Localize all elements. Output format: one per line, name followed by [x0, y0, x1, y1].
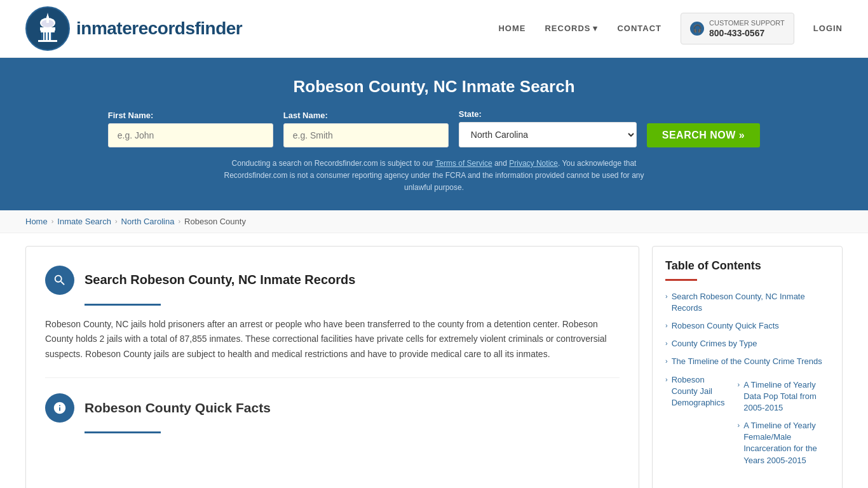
- search-banner: Robeson County, NC Inmate Search First N…: [0, 58, 868, 210]
- toc-link-1[interactable]: Search Robeson County, NC Inmate Records: [672, 291, 829, 314]
- toc-link-4[interactable]: The Timeline of the County Crime Trends: [672, 356, 822, 367]
- search-form: First Name: Last Name: State: North Caro…: [25, 109, 843, 147]
- toc-link-2[interactable]: Robeson County Quick Facts: [672, 320, 779, 332]
- info-icon-circle: [45, 393, 74, 423]
- nav-contact[interactable]: CONTACT: [617, 24, 661, 33]
- state-label: State:: [459, 109, 482, 119]
- nav-login[interactable]: LOGIN: [813, 24, 843, 33]
- toc-sub-link-5-2[interactable]: A Timeline of Yearly Female/Male Incarce…: [743, 420, 829, 466]
- toc-arrow-4: ›: [665, 357, 668, 365]
- last-name-input[interactable]: [283, 123, 449, 147]
- toc-item-1: › Search Robeson County, NC Inmate Recor…: [665, 291, 829, 314]
- headset-icon: 🎧: [690, 22, 704, 36]
- logo[interactable]: inmaterecordsfinder: [25, 6, 242, 51]
- section1-title: Search Robeson County, NC Inmate Records: [85, 273, 355, 287]
- toc-item-4: › The Timeline of the County Crime Trend…: [665, 356, 829, 367]
- first-name-label: First Name:: [108, 111, 154, 120]
- search-button[interactable]: SEARCH NOW »: [647, 123, 760, 147]
- sidebar-toc: Table of Contents › Search Robeson Count…: [652, 246, 843, 488]
- toc-sub-arrow-5-2: ›: [738, 421, 740, 429]
- toc-arrow-3: ›: [665, 339, 668, 347]
- support-text: CUSTOMER SUPPORT 800-433-0567: [709, 18, 785, 39]
- svg-rect-3: [38, 40, 57, 42]
- toc-link-5[interactable]: Robeson County Jail Demographics: [672, 374, 725, 409]
- page-title: Robeson County, NC Inmate Search: [25, 77, 843, 97]
- breadcrumb-north-carolina[interactable]: North Carolina: [121, 217, 175, 226]
- search-icon-circle: [45, 266, 74, 295]
- toc-arrow-1: ›: [665, 292, 668, 300]
- svg-rect-2: [41, 30, 55, 32]
- toc-title: Table of Contents: [665, 259, 829, 273]
- state-group: State: North Carolina: [459, 109, 637, 147]
- toc-item-3: › County Crimes by Type: [665, 338, 829, 349]
- customer-support-box[interactable]: 🎧 CUSTOMER SUPPORT 800-433-0567: [681, 13, 794, 44]
- privacy-link[interactable]: Privacy Notice: [509, 159, 558, 168]
- toc-arrow-5: ›: [665, 376, 668, 383]
- nav-records[interactable]: RECORDS ▾: [545, 24, 598, 33]
- section2-title: Robeson County Quick Facts: [85, 400, 271, 416]
- section1-underline: [85, 304, 161, 306]
- section1-body: Robeson County, NC jails hold prisoners …: [45, 317, 620, 362]
- first-name-group: First Name:: [108, 111, 273, 147]
- content-area: Search Robeson County, NC Inmate Records…: [25, 246, 639, 488]
- svg-rect-7: [51, 32, 52, 40]
- breadcrumb-sep-1: ›: [51, 217, 54, 225]
- svg-rect-5: [44, 32, 46, 40]
- toc-sub-item-5-1: › A Timeline of Yearly Data Pop Total fr…: [738, 379, 830, 414]
- chevron-down-icon: ▾: [593, 24, 598, 33]
- toc-item-5: › Robeson County Jail Demographics › A T…: [665, 374, 829, 473]
- first-name-input[interactable]: [108, 123, 273, 147]
- breadcrumb: Home › Inmate Search › North Carolina › …: [0, 210, 868, 233]
- section-divider: [45, 377, 620, 378]
- breadcrumb-sep-2: ›: [115, 217, 118, 225]
- svg-rect-4: [41, 32, 43, 40]
- toc-sub-arrow-5-1: ›: [738, 381, 740, 388]
- search-disclaimer: Conducting a search on Recordsfinder.com…: [212, 158, 656, 194]
- breadcrumb-home[interactable]: Home: [25, 217, 48, 226]
- logo-icon: [25, 6, 70, 51]
- main-content: Search Robeson County, NC Inmate Records…: [0, 233, 868, 488]
- section2-heading: Robeson County Quick Facts: [45, 393, 620, 423]
- toc-sub-item-5-2: › A Timeline of Yearly Female/Male Incar…: [738, 420, 830, 466]
- svg-rect-6: [48, 32, 49, 40]
- nav-home[interactable]: HOME: [498, 24, 526, 33]
- toc-link-3[interactable]: County Crimes by Type: [672, 338, 757, 349]
- search-icon: [53, 273, 67, 287]
- toc-sub-5: › A Timeline of Yearly Data Pop Total fr…: [738, 379, 830, 473]
- breadcrumb-current: Robeson County: [184, 217, 246, 226]
- tos-link[interactable]: Terms of Service: [435, 159, 492, 168]
- logo-text: inmaterecordsfinder: [76, 18, 242, 39]
- toc-underline: [665, 279, 697, 281]
- main-nav: HOME RECORDS ▾ CONTACT 🎧 CUSTOMER SUPPOR…: [498, 13, 843, 44]
- toc-item-2: › Robeson County Quick Facts: [665, 320, 829, 332]
- section1-heading: Search Robeson County, NC Inmate Records: [45, 266, 620, 295]
- toc-arrow-2: ›: [665, 322, 668, 329]
- last-name-label: Last Name:: [283, 111, 328, 120]
- toc-sub-link-5-1[interactable]: A Timeline of Yearly Data Pop Total from…: [743, 379, 829, 414]
- breadcrumb-inmate-search[interactable]: Inmate Search: [57, 217, 111, 226]
- toc-list: › Search Robeson County, NC Inmate Recor…: [665, 291, 829, 473]
- alert-icon: [53, 401, 67, 415]
- breadcrumb-sep-3: ›: [178, 217, 180, 225]
- svg-rect-12: [40, 27, 55, 30]
- last-name-group: Last Name:: [283, 111, 449, 147]
- state-select[interactable]: North Carolina: [459, 122, 637, 147]
- section2-underline: [85, 431, 161, 433]
- header: inmaterecordsfinder HOME RECORDS ▾ CONTA…: [0, 0, 868, 58]
